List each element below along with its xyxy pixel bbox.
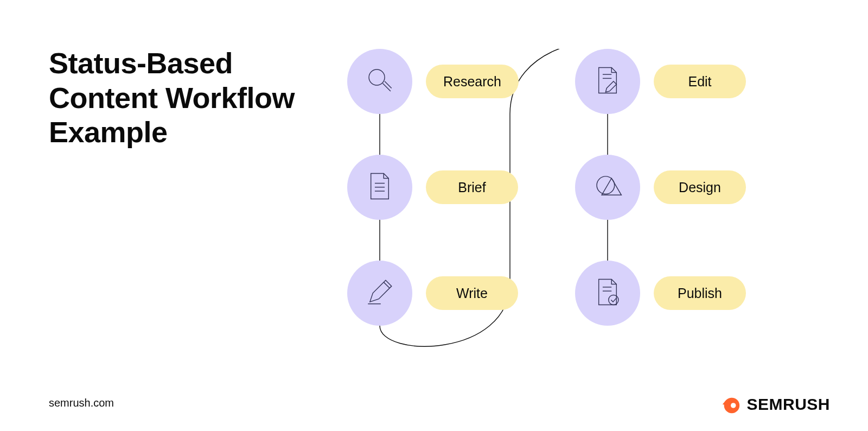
document-icon (364, 170, 395, 204)
pencil-icon (364, 276, 395, 310)
step-label-write: Write (426, 276, 518, 310)
step-circle-design (575, 155, 640, 220)
svg-point-19 (731, 403, 736, 408)
step-label-research: Research (426, 65, 519, 98)
step-label-publish: Publish (654, 276, 746, 310)
svg-line-6 (385, 81, 392, 88)
step-circle-edit (575, 49, 640, 114)
edit-doc-icon (592, 65, 623, 98)
magnifier-icon (364, 65, 395, 98)
svg-point-4 (369, 69, 385, 85)
brand-logo: SEMRUSH (720, 394, 830, 415)
step-circle-research (347, 49, 412, 114)
check-doc-icon (592, 276, 623, 310)
svg-point-17 (609, 295, 618, 305)
step-label-brief: Brief (426, 170, 518, 204)
page-title: Status-BasedContent WorkflowExample (49, 46, 331, 150)
step-circle-publish (575, 261, 640, 326)
step-circle-write (347, 261, 412, 326)
step-circle-brief (347, 155, 412, 220)
step-label-design: Design (654, 170, 746, 204)
shapes-icon (592, 170, 623, 204)
workflow-diagram: Research Brief Write Edit Design (347, 49, 819, 337)
step-label-edit: Edit (654, 65, 746, 98)
svg-line-5 (382, 83, 391, 91)
flame-icon (720, 394, 741, 415)
diagram-canvas: Status-BasedContent WorkflowExample Rese… (0, 0, 868, 431)
source-url: semrush.com (49, 397, 114, 409)
brand-text: SEMRUSH (746, 395, 830, 414)
